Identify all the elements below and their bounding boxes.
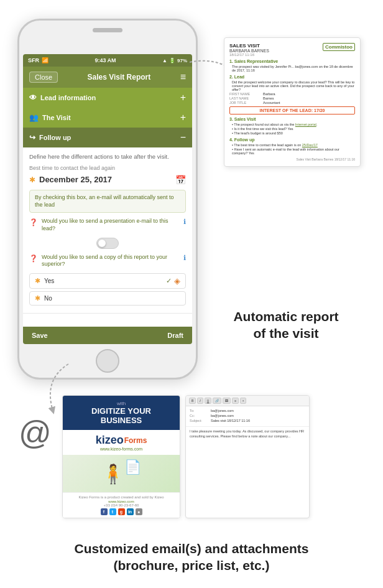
kizeo-header-line2: BUSINESS	[68, 416, 175, 425]
status-bar: SFR 📶 9:43 AM ▲ 🔋 97%	[23, 54, 192, 67]
wifi-icon: 📶	[42, 57, 48, 63]
visit-section-label: The Visit	[42, 114, 71, 121]
checkbox-text: By checking this box, an e-mail will aut…	[35, 194, 180, 208]
email-to-label: To:	[190, 409, 208, 413]
email-cc-value: ba@jones.com	[211, 414, 234, 418]
email-btn-b[interactable]: B	[189, 398, 196, 404]
report-sec1-desc: The prospect was visited by Jennifer Pi.…	[229, 65, 355, 72]
email-btn-img[interactable]: 🖼	[223, 398, 231, 404]
bottom-bar: Save Draft	[23, 327, 192, 344]
kizeo-url: www.kizeo-forms.com	[67, 447, 176, 451]
toggle-switch[interactable]	[96, 238, 119, 249]
followup-section-header[interactable]: ↪ Follow up −	[23, 128, 192, 147]
report-interest: INTEREST OF THE LEAD: 17/20	[229, 106, 355, 114]
linkedin-icon: in	[127, 508, 134, 515]
question1-row: ❓ Would you like to send a presentation …	[29, 218, 186, 232]
report-lead: 2. Lead Did the prospect welcome your co…	[229, 75, 355, 105]
kizeo-person-graphic: 🧍	[101, 463, 124, 485]
email-to-value: ba@jones.com	[211, 409, 234, 413]
kizeo-image-area: 🧍 📄	[63, 455, 180, 492]
save-button[interactable]: Save	[32, 332, 48, 339]
checkbox-notice: By checking this box, an e-mail will aut…	[29, 190, 186, 213]
select-yes-row[interactable]: ✱ Yes ✓ ◈	[29, 273, 186, 289]
report-sv-b2: • Is it the first time we visit this lea…	[229, 127, 355, 131]
phone-shell: SFR 📶 9:43 AM ▲ 🔋 97% Close Sales Visit …	[17, 19, 198, 380]
gplus-icon: g	[118, 508, 125, 515]
question2-row: ❓ Would you like to send a copy of this …	[29, 254, 186, 268]
customized-line1: Customized email(s) and attachments	[75, 541, 309, 556]
lead-information-section[interactable]: 👁 Lead information +	[23, 88, 192, 108]
report-card: SALES VISIT BARBARA BARNES 18/12/17 11:1…	[224, 37, 361, 167]
select-value: Yes	[44, 278, 166, 284]
question1-text: Would you like to send a presentation e-…	[42, 218, 180, 232]
draft-button[interactable]: Draft	[167, 332, 183, 339]
close-button[interactable]: Close	[29, 72, 58, 83]
kizeo-phone: +33 (0)4 90-23-67-60	[65, 503, 177, 507]
select-star: ✱	[35, 277, 40, 285]
lead-section-label: Lead information	[40, 94, 96, 101]
lead-expand-icon: +	[180, 92, 186, 103]
email-to-row: To: ba@jones.com	[190, 409, 305, 413]
date-value: December 25, 2017	[39, 175, 172, 184]
report-footer: Sales Visit Barbara Barnes 18/12/17 11:1…	[229, 157, 355, 161]
email-btn-link[interactable]: 🔗	[213, 398, 221, 404]
kizeo-forms-text: Forms	[124, 436, 147, 445]
twitter-icon: t	[109, 508, 116, 515]
report-sales-rep: 1. Sales Representative The prospect was…	[229, 59, 355, 72]
the-visit-section[interactable]: 👥 The Visit +	[23, 108, 192, 128]
nav-title: Sales Visit Report	[87, 73, 150, 82]
report-person-name: BARBARA BARNES	[229, 49, 269, 53]
visit-icon: 👥	[29, 113, 39, 122]
email-subject-row: Subject: Sales visit 18/12/17 11:16	[190, 419, 305, 422]
signal-icon: ▲	[162, 58, 167, 63]
report-sec2-title: 2. Lead	[229, 75, 355, 79]
kizeo-logo-area: kizeo Forms www.kizeo-forms.com	[63, 430, 180, 455]
report-sec2-desc: Did the prospect welcome your company to…	[229, 80, 355, 91]
report-fu-b2: • Have I sent an automatic e-mail to the…	[229, 147, 355, 155]
kizeo-footer-text: Kizeo Forms is a product created and sol…	[65, 495, 177, 499]
auto-report-line2: of the visit	[253, 326, 318, 340]
kizeo-logo-text: kizeo	[96, 434, 124, 447]
kizeo-header-with: with	[68, 401, 175, 406]
email-btn-align[interactable]: ≡	[232, 398, 239, 404]
report-sec1-title: 1. Sales Representative	[229, 59, 355, 63]
email-btn-list[interactable]: •	[240, 398, 246, 404]
followup-header-left: ↪ Follow up	[29, 133, 71, 142]
select-check-icon: ✓	[166, 277, 172, 285]
kizeo-header-line1: DIGITIZE YOUR	[68, 406, 175, 416]
email-subject-label: Subject:	[190, 419, 208, 422]
info1-icon[interactable]: ℹ	[183, 218, 186, 226]
calendar-icon[interactable]: 📅	[175, 175, 186, 185]
customized-label: Customized email(s) and attachments (bro…	[0, 540, 383, 574]
best-time-label: Best time to contact the lead again	[29, 164, 186, 172]
lead-icon: 👁	[29, 93, 37, 102]
question2-text: Would you like to send a copy of this re…	[42, 254, 180, 268]
info2-icon[interactable]: ℹ	[183, 254, 186, 262]
select-no-row[interactable]: ✱ No	[29, 291, 186, 306]
nav-bar: Close Sales Visit Report ≡	[23, 67, 192, 88]
email-btn-i[interactable]: I	[197, 398, 203, 404]
report-sec4-title: 4. Follow up	[229, 138, 355, 142]
report-sv-b3: • The lead's budget is around $50	[229, 131, 355, 135]
followup-body: Define here the different actions to tak…	[23, 147, 192, 314]
facebook-icon: f	[101, 508, 108, 515]
question2-icon: ❓	[29, 254, 38, 263]
followup-collapse-icon: −	[180, 132, 186, 143]
email-preview-card: B I U 🔗 🖼 ≡ • To: ba@jones.com Cc: ba@jo…	[185, 395, 310, 518]
email-header-fields: To: ba@jones.com Cc: ba@jones.com Subjec…	[186, 406, 309, 427]
phone-screen: SFR 📶 9:43 AM ▲ 🔋 97% Close Sales Visit …	[23, 54, 192, 344]
status-left: SFR 📶	[28, 57, 48, 63]
toggle-knob	[98, 240, 106, 247]
auto-report-line1: Automatic report	[233, 309, 338, 324]
email-btn-u[interactable]: U	[205, 398, 212, 404]
kizeo-footer: Kizeo Forms is a product created and sol…	[63, 492, 180, 518]
date-required-star: ✱	[29, 175, 35, 184]
toggle-wrap[interactable]	[29, 238, 186, 249]
date-row[interactable]: ✱ December 25, 2017 📅	[29, 175, 186, 185]
time-display: 9:43 AM	[95, 57, 116, 63]
kizeo-header: with DIGITIZE YOUR BUSINESS	[63, 396, 180, 430]
email-subject-value: Sales visit 18/12/17 11:16	[211, 419, 250, 422]
select-clear-icon[interactable]: ◈	[174, 276, 180, 286]
kizeo-social-icons: f t g in ●	[65, 508, 177, 515]
email-cc-row: Cc: ba@jones.com	[190, 414, 305, 418]
